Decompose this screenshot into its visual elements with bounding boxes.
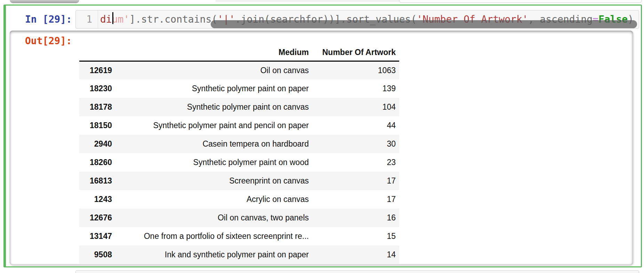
input-prompt: In [29]: xyxy=(25,10,72,29)
row-index: 12619 xyxy=(79,61,115,79)
cell-count: 139 xyxy=(312,79,399,98)
row-index: 9508 xyxy=(79,245,115,264)
header-row: Medium Number Of Artwork xyxy=(79,44,399,61)
table-row: 13147One from a portfolio of sixteen scr… xyxy=(79,227,399,245)
row-index: 13147 xyxy=(79,227,115,245)
cell-medium: Ink and synthetic polymer paint on paper xyxy=(115,245,312,264)
cell-count: 17 xyxy=(312,190,399,209)
table-row: 1243Acrylic on canvas17 xyxy=(79,190,399,209)
cell-count: 104 xyxy=(312,98,399,116)
cell-medium: Synthetic polymer paint on paper xyxy=(115,79,312,98)
cell-medium: Acrylic on canvas xyxy=(115,190,312,209)
cell-count: 15 xyxy=(312,227,399,245)
row-index: 18178 xyxy=(79,98,115,116)
table-row: 12676Oil on canvas, two panels16 xyxy=(79,209,399,227)
line-number-gutter: 1 xyxy=(76,10,98,28)
cell-medium: Oil on canvas xyxy=(115,61,312,79)
table-row: 2940Casein tempera on hardboard30 xyxy=(79,135,399,153)
row-index: 1243 xyxy=(79,190,115,209)
column-header-medium: Medium xyxy=(115,44,312,61)
row-index: 18230 xyxy=(79,79,115,98)
row-index: 18260 xyxy=(79,153,115,172)
cell-count: 30 xyxy=(312,135,399,153)
cell-count: 23 xyxy=(312,153,399,172)
cell-medium: Casein tempera on hardboard xyxy=(115,135,312,153)
cell-medium: Oil on canvas, two panels xyxy=(115,209,312,227)
table-row: 18230Synthetic polymer paint on paper139 xyxy=(79,79,399,98)
table-row: 9508Ink and synthetic polymer paint on p… xyxy=(79,245,399,264)
output-scroll-box[interactable]: Out[29]: Medium Number Of Artwork 12619O… xyxy=(10,31,633,265)
cell-medium: Synthetic polymer paint on canvas xyxy=(115,98,312,116)
prev-cell-input-fragment[interactable] xyxy=(399,0,642,3)
prev-cell-output-fragment xyxy=(216,0,399,2)
table-row: 18178Synthetic polymer paint on canvas10… xyxy=(79,98,399,116)
row-index: 2940 xyxy=(79,135,115,153)
table-row: 18260Synthetic polymer paint on wood23 xyxy=(79,153,399,172)
code-editor[interactable]: 1 dium'].str.contains('|'.join(searchfor… xyxy=(75,10,639,29)
cell-count: 44 xyxy=(312,116,399,135)
cell-medium: Synthetic polymer paint on wood xyxy=(115,153,312,172)
row-index: 18150 xyxy=(79,116,115,135)
cell-count: 14 xyxy=(312,245,399,264)
code-token-string: um' xyxy=(112,14,130,25)
table-row: 16813Screenprint on canvas17 xyxy=(79,172,399,190)
cell-count: 16 xyxy=(312,209,399,227)
cell-medium: One from a portfolio of sixteen screenpr… xyxy=(115,227,312,245)
code-token: ].str.contains( xyxy=(129,14,217,25)
row-index: 16813 xyxy=(79,172,115,190)
dataframe-body: 12619Oil on canvas106318230Synthetic pol… xyxy=(79,61,399,264)
table-row: 12619Oil on canvas1063 xyxy=(79,61,399,79)
dataframe-wrapper: Medium Number Of Artwork 12619Oil on can… xyxy=(79,44,399,264)
dataframe-table: Medium Number Of Artwork 12619Oil on can… xyxy=(79,44,399,264)
cell-medium: Synthetic polymer paint and pencil on pa… xyxy=(115,116,312,135)
prev-cell-scrollbar-fragment[interactable] xyxy=(10,0,79,3)
column-header-count: Number Of Artwork xyxy=(312,44,399,61)
cell-count: 1063 xyxy=(312,61,399,79)
row-index: 12676 xyxy=(79,209,115,227)
cell-medium: Screenprint on canvas xyxy=(115,172,312,190)
horizontal-scrollbar-thumb[interactable] xyxy=(211,20,637,28)
corner-header xyxy=(79,44,115,61)
table-row: 18150Synthetic polymer paint and pencil … xyxy=(79,116,399,135)
output-prompt: Out[29]: xyxy=(25,34,72,48)
next-cell-input-fragment[interactable] xyxy=(75,270,639,273)
notebook-page: In [29]: 1 dium'].str.contains('|'.join(… xyxy=(0,0,644,273)
selected-code-cell[interactable]: In [29]: 1 dium'].str.contains('|'.join(… xyxy=(3,5,642,267)
text-cursor xyxy=(112,12,113,24)
line-number: 1 xyxy=(86,14,92,25)
code-token-string: di xyxy=(100,14,112,25)
cell-count: 17 xyxy=(312,172,399,190)
